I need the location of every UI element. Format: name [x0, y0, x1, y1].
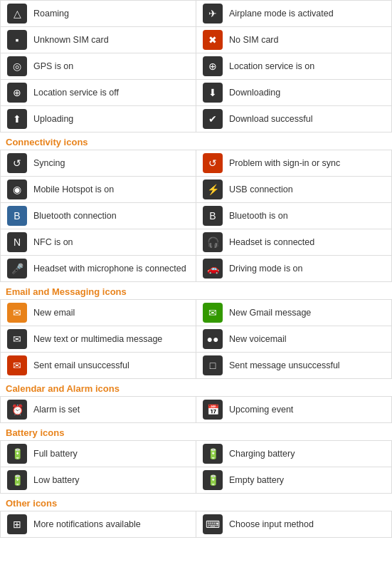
icon-wrapper: □	[201, 355, 225, 375]
icon-wrapper: 🚗	[201, 259, 225, 279]
icon-wrapper: ✉	[5, 355, 29, 375]
entry-label: Full battery	[33, 448, 78, 459]
status-icon: 🚗	[203, 259, 223, 279]
icon-wrapper: 🔋	[5, 470, 29, 490]
status-icon: ◎	[7, 56, 27, 76]
status-icon: ✉	[7, 303, 27, 323]
status-icon: ●●	[203, 329, 223, 349]
status-icon: ↺	[203, 153, 223, 173]
icon-entry: △ Roaming	[1, 1, 196, 27]
entry-label: Roaming	[33, 8, 69, 19]
icon-entry: ⬆ Uploading	[1, 106, 196, 132]
entry-label: USB connection	[229, 184, 293, 195]
icon-entry: ✉ New email	[1, 300, 196, 326]
icon-wrapper: ↺	[201, 153, 225, 173]
icon-grid: ⏰ Alarm is set 📅 Upcoming event	[0, 396, 392, 423]
status-icon: B	[7, 206, 27, 226]
status-icon: ✈	[203, 4, 223, 24]
icon-wrapper: ◉	[5, 180, 29, 199]
section-header: Email and Messaging icons	[0, 282, 392, 299]
icon-entry: 🎤 Headset with microphone is connected	[1, 256, 196, 282]
entry-label: Unknown SIM card	[33, 34, 109, 46]
status-icon: △	[7, 4, 27, 24]
entry-label: Choose input method	[229, 519, 314, 530]
entry-label: Headset with microphone is connected	[33, 263, 186, 274]
entry-label: Sent message unsuccessful	[229, 360, 340, 371]
icon-entry: 🚗 Driving mode is on	[196, 256, 392, 282]
icon-entry: 🔋 Empty battery	[196, 467, 392, 494]
status-icon: □	[203, 355, 223, 375]
icon-wrapper: ⌨	[201, 514, 225, 534]
icon-entry: B Bluetooth is on	[196, 203, 392, 229]
icon-wrapper: ⊞	[5, 514, 29, 534]
icon-wrapper: ✉	[5, 329, 29, 349]
status-icon: ⚡	[203, 180, 223, 199]
entry-label: Mobile Hotspot is on	[33, 184, 114, 195]
icon-wrapper: 🔋	[201, 470, 225, 490]
section-header: Other icons	[0, 494, 392, 511]
icon-entry: 🔋 Low battery	[1, 467, 196, 494]
icon-entry: ⚡ USB connection	[196, 177, 392, 203]
entry-label: Location service is on	[229, 61, 314, 72]
section-header: Battery icons	[0, 423, 392, 440]
icon-entry: ◎ GPS is on	[1, 53, 196, 80]
entry-label: Bluetooth connection	[33, 210, 117, 222]
entry-label: Airplane mode is activated	[229, 8, 334, 19]
status-icon: N	[7, 232, 27, 252]
entry-label: Problem with sign-in or sync	[229, 157, 340, 169]
entry-label: New Gmail message	[229, 307, 311, 318]
icon-wrapper: ⬆	[5, 109, 29, 129]
entry-label: Charging battery	[229, 448, 295, 459]
icon-entry: ✖ No SIM card	[196, 27, 392, 53]
icon-wrapper: 🎤	[5, 259, 29, 279]
icon-entry: ↺ Syncing	[1, 150, 196, 177]
icon-wrapper: △	[5, 4, 29, 24]
status-icon: 🔋	[203, 470, 223, 490]
icon-grid: 🔋 Full battery 🔋 Charging battery 🔋 Low …	[0, 440, 392, 494]
icon-wrapper: B	[5, 206, 29, 226]
status-icon: ✉	[7, 329, 27, 349]
status-icon: ◉	[7, 180, 27, 199]
icon-entry: ✉ Sent email unsuccessful	[1, 353, 196, 379]
icon-wrapper: B	[201, 206, 225, 226]
status-icon: ⬆	[7, 109, 27, 129]
icon-entry: ⬇ Downloading	[196, 80, 392, 106]
icon-wrapper: 📅	[201, 400, 225, 420]
status-icon: ⬇	[203, 83, 223, 103]
icon-wrapper: ▪	[5, 30, 29, 50]
status-icon: 🔋	[7, 470, 27, 490]
entry-label: New voicemail	[229, 333, 287, 345]
status-icon: ⏰	[7, 400, 27, 420]
entry-label: Alarm is set	[33, 404, 80, 415]
section-header: Connectivity icons	[0, 132, 392, 150]
entry-label: Downloading	[229, 87, 280, 98]
section-header: Calendar and Alarm icons	[0, 379, 392, 396]
icon-wrapper: 🎧	[201, 232, 225, 252]
icon-wrapper: ✉	[201, 303, 225, 323]
icon-wrapper: ⬇	[201, 83, 225, 103]
icon-wrapper: ⊕	[5, 83, 29, 103]
status-icon: ↺	[7, 153, 27, 173]
entry-label: Low battery	[33, 474, 80, 486]
icon-wrapper: ✔	[201, 109, 225, 129]
entry-label: Driving mode is on	[229, 263, 303, 274]
status-icon: ✔	[203, 109, 223, 129]
icon-wrapper: 🔋	[201, 444, 225, 464]
status-icon: ▪	[7, 30, 27, 50]
icon-entry: ⏰ Alarm is set	[1, 397, 196, 423]
icon-wrapper: ✉	[5, 303, 29, 323]
status-icon: ⊞	[7, 514, 27, 534]
icon-grid: ✉ New email ✉ New Gmail message ✉ New te…	[0, 299, 392, 379]
entry-label: NFC is on	[33, 236, 73, 248]
entry-label: Syncing	[33, 157, 65, 169]
status-icon: 📅	[203, 400, 223, 420]
status-icon: B	[203, 206, 223, 226]
status-icon: ✉	[7, 355, 27, 375]
entry-label: No SIM card	[229, 34, 278, 46]
icon-entry: B Bluetooth connection	[1, 203, 196, 229]
entry-label: Bluetooth is on	[229, 210, 288, 222]
icon-wrapper: ✈	[201, 4, 225, 24]
icon-entry: ✈ Airplane mode is activated	[196, 1, 392, 27]
icon-wrapper: ⏰	[5, 400, 29, 420]
icon-entry: ✔ Download successful	[196, 106, 392, 132]
